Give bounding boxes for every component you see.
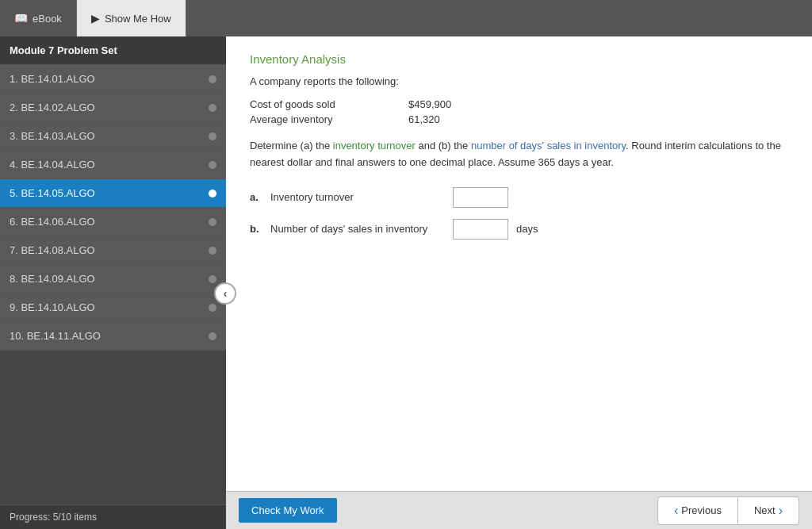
content-scroll: Inventory Analysis A company reports the… (226, 36, 812, 491)
sidebar-item-dot-1 (209, 75, 216, 83)
next-label: Next (754, 504, 776, 516)
data-label-1: Average inventory (250, 113, 408, 125)
sidebar-item-label-6: 6. BE.14.06.ALGO (10, 216, 95, 228)
sidebar-item-label-9: 9. BE.14.10.ALGO (10, 301, 95, 313)
sidebar-item-5[interactable]: 5. BE.14.05.ALGO (0, 179, 226, 208)
sidebar-item-label-1: 1. BE.14.01.ALGO (10, 73, 95, 85)
sidebar-item-2[interactable]: 2. BE.14.02.ALGO (0, 94, 226, 122)
ebook-tab[interactable]: 📖 eBook (0, 0, 77, 36)
questions-container: a. Inventory turnover b. Number of days'… (250, 187, 788, 240)
chevron-left-icon: ‹ (224, 287, 228, 300)
sidebar-item-dot-2 (209, 104, 216, 112)
sidebar-item-label-2: 2. BE.14.02.ALGO (10, 102, 95, 113)
sidebar-item-dot-9 (209, 304, 216, 312)
relative-wrapper: Module 7 Problem Set 1. BE.14.01.ALGO2. … (0, 36, 812, 529)
show-me-how-label: Show Me How (105, 13, 171, 25)
sidebar-item-dot-8 (209, 275, 216, 283)
sidebar-item-4[interactable]: 4. BE.14.04.ALGO (0, 151, 226, 179)
question-letter-1: b. (250, 223, 262, 235)
bottom-bar: Check My Work ‹ Previous Next › (226, 491, 812, 529)
data-row-1: Average inventory61,320 (250, 113, 788, 125)
previous-button[interactable]: ‹ Previous (657, 496, 738, 525)
question-text-1: Number of days' sales in inventory (270, 223, 445, 235)
instruction-part2: and (b) the (416, 140, 471, 151)
answer-input-1[interactable] (453, 219, 508, 240)
sidebar-item-dot-3 (209, 132, 216, 140)
sidebar-item-label-4: 4. BE.14.04.ALGO (10, 159, 95, 171)
sidebar-item-10[interactable]: 10. BE.14.11.ALGO (0, 322, 226, 351)
content-intro: A company reports the following: (250, 75, 788, 87)
sidebar-item-label-3: 3. BE.14.03.ALGO (10, 130, 95, 142)
sidebar-item-label-8: 8. BE.14.09.ALGO (10, 273, 95, 285)
question-text-0: Inventory turnover (270, 191, 445, 203)
next-button[interactable]: Next › (738, 496, 799, 525)
sidebar-item-dot-7 (209, 247, 216, 255)
data-label-0: Cost of goods sold (250, 98, 408, 110)
sidebar-item-8[interactable]: 8. BE.14.09.ALGO (0, 265, 226, 293)
sidebar-collapse-button[interactable]: ‹ (214, 282, 236, 305)
inventory-turnover-link[interactable]: inventory turnover (333, 140, 416, 151)
sidebar: Module 7 Problem Set 1. BE.14.01.ALGO2. … (0, 36, 226, 529)
data-value-1: 61,320 (408, 113, 504, 125)
sidebar-item-dot-4 (209, 161, 216, 169)
sidebar-item-dot-6 (209, 218, 216, 226)
unit-label-1: days (516, 223, 538, 235)
sidebar-item-label-7: 7. BE.14.08.ALGO (10, 244, 95, 256)
ebook-label: eBook (33, 13, 62, 25)
sidebar-item-dot-5 (209, 190, 216, 197)
answer-input-0[interactable] (453, 187, 508, 208)
sidebar-item-dot-10 (209, 332, 216, 340)
instruction-part1: Determine (a) the (250, 140, 333, 151)
sidebar-item-3[interactable]: 3. BE.14.03.ALGO (0, 122, 226, 151)
sidebar-item-1[interactable]: 1. BE.14.01.ALGO (0, 65, 226, 94)
sidebar-item-label-5: 5. BE.14.05.ALGO (10, 187, 95, 199)
show-me-how-tab[interactable]: ▶ Show Me How (77, 0, 186, 36)
sidebar-item-9[interactable]: 9. BE.14.10.ALGO (0, 293, 226, 322)
sidebar-item-7[interactable]: 7. BE.14.08.ALGO (0, 236, 226, 265)
data-row-0: Cost of goods sold$459,900 (250, 98, 788, 110)
sidebar-item-6[interactable]: 6. BE.14.06.ALGO (0, 208, 226, 236)
check-work-button[interactable]: Check My Work (239, 498, 337, 523)
days-sales-link[interactable]: number of days' sales in inventory (471, 140, 626, 151)
content-area: Inventory Analysis A company reports the… (226, 36, 812, 529)
chevron-left-nav-icon: ‹ (674, 504, 678, 518)
nav-buttons: ‹ Previous Next › (657, 496, 799, 525)
question-letter-0: a. (250, 191, 262, 203)
main-layout: Module 7 Problem Set 1. BE.14.01.ALGO2. … (0, 36, 812, 529)
content-title: Inventory Analysis (250, 52, 788, 66)
sidebar-item-label-10: 10. BE.14.11.ALGO (10, 330, 101, 342)
previous-label: Previous (681, 504, 722, 516)
sidebar-progress: Progress: 5/10 items (0, 504, 226, 529)
data-table: Cost of goods sold$459,900Average invent… (250, 98, 788, 125)
chevron-right-nav-icon: › (779, 504, 783, 518)
sidebar-items: 1. BE.14.01.ALGO2. BE.14.02.ALGO3. BE.14… (0, 65, 226, 504)
ebook-icon: 📖 (14, 12, 28, 25)
question-row-0: a. Inventory turnover (250, 187, 788, 208)
question-row-1: b. Number of days' sales in inventory da… (250, 219, 788, 240)
video-icon: ▶ (91, 12, 100, 25)
instruction-text: Determine (a) the inventory turnover and… (250, 138, 788, 171)
sidebar-title: Module 7 Problem Set (0, 36, 226, 65)
top-bar: 📖 eBook ▶ Show Me How (0, 0, 812, 36)
data-value-0: $459,900 (408, 98, 504, 110)
